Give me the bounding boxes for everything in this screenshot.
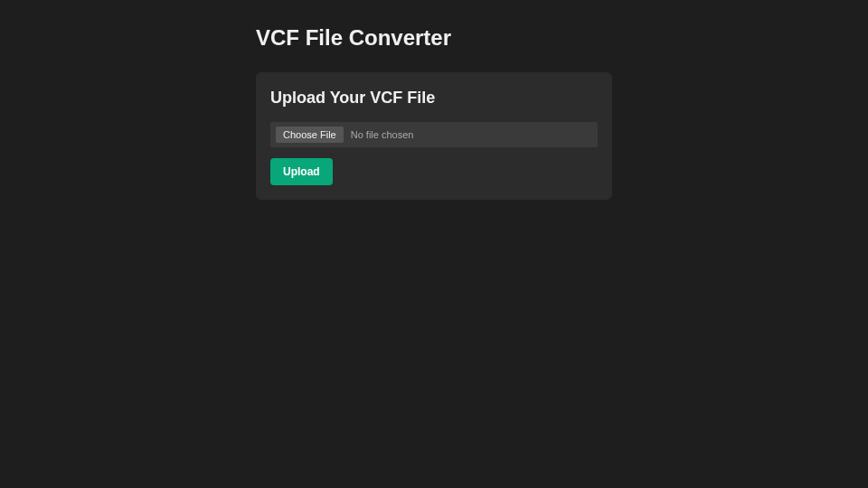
page-title: VCF File Converter — [256, 25, 690, 51]
main-container: VCF File Converter Upload Your VCF File … — [256, 0, 690, 200]
card-title: Upload Your VCF File — [270, 89, 598, 108]
upload-button[interactable]: Upload — [270, 158, 333, 185]
upload-card: Upload Your VCF File Choose File No file… — [256, 72, 612, 200]
file-input[interactable]: Choose File No file chosen — [270, 122, 598, 147]
choose-file-button[interactable]: Choose File — [276, 127, 344, 143]
file-status-text: No file chosen — [351, 129, 414, 140]
